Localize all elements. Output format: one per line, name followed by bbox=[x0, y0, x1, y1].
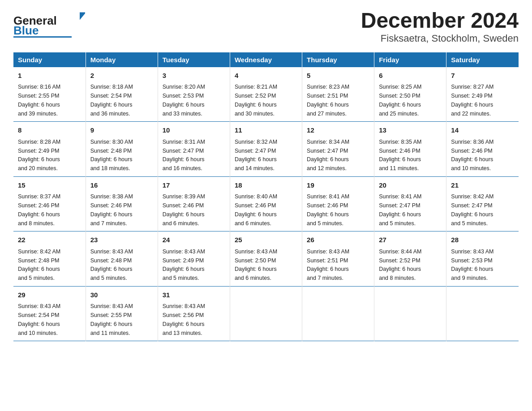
header-row: Sunday Monday Tuesday Wednesday Thursday… bbox=[13, 52, 519, 67]
day-number: 12 bbox=[307, 125, 369, 136]
calendar-cell: 18 Sunrise: 8:40 AMSunset: 2:46 PMDaylig… bbox=[230, 176, 302, 231]
calendar-cell: 19 Sunrise: 8:41 AMSunset: 2:46 PMDaylig… bbox=[302, 176, 374, 231]
calendar-cell: 11 Sunrise: 8:32 AMSunset: 2:47 PMDaylig… bbox=[230, 122, 302, 177]
day-number: 18 bbox=[235, 180, 297, 191]
day-number: 13 bbox=[379, 125, 442, 136]
calendar-cell bbox=[446, 286, 519, 341]
day-info: Sunrise: 8:37 AMSunset: 2:46 PMDaylight:… bbox=[18, 193, 60, 226]
calendar-cell: 27 Sunrise: 8:44 AMSunset: 2:52 PMDaylig… bbox=[374, 231, 446, 287]
day-info: Sunrise: 8:32 AMSunset: 2:47 PMDaylight:… bbox=[235, 139, 277, 171]
calendar-cell bbox=[230, 286, 302, 341]
calendar-cell bbox=[302, 286, 374, 341]
day-info: Sunrise: 8:30 AMSunset: 2:48 PMDaylight:… bbox=[90, 139, 133, 171]
logo: General Blue bbox=[13, 9, 85, 40]
day-number: 23 bbox=[90, 235, 153, 245]
day-number: 17 bbox=[163, 180, 225, 191]
col-sunday: Sunday bbox=[13, 52, 86, 67]
calendar-cell: 10 Sunrise: 8:31 AMSunset: 2:47 PMDaylig… bbox=[158, 122, 230, 177]
calendar-cell: 23 Sunrise: 8:43 AMSunset: 2:48 PMDaylig… bbox=[86, 231, 158, 287]
calendar-week-row: 1 Sunrise: 8:16 AMSunset: 2:55 PMDayligh… bbox=[13, 67, 519, 122]
calendar-cell: 17 Sunrise: 8:39 AMSunset: 2:46 PMDaylig… bbox=[158, 176, 230, 231]
page-header: General Blue December 2024 Fisksaetra, S… bbox=[13, 9, 519, 44]
day-info: Sunrise: 8:21 AMSunset: 2:52 PMDaylight:… bbox=[235, 84, 277, 116]
day-number: 24 bbox=[163, 235, 225, 245]
day-number: 25 bbox=[235, 235, 297, 245]
day-number: 30 bbox=[90, 290, 153, 300]
day-info: Sunrise: 8:43 AMSunset: 2:50 PMDaylight:… bbox=[235, 248, 277, 281]
calendar-cell: 21 Sunrise: 8:42 AMSunset: 2:47 PMDaylig… bbox=[446, 176, 519, 231]
day-number: 27 bbox=[379, 235, 442, 245]
calendar-cell: 24 Sunrise: 8:43 AMSunset: 2:49 PMDaylig… bbox=[158, 231, 230, 287]
calendar-cell: 30 Sunrise: 8:43 AMSunset: 2:55 PMDaylig… bbox=[86, 286, 158, 341]
day-info: Sunrise: 8:31 AMSunset: 2:47 PMDaylight:… bbox=[163, 139, 205, 171]
day-info: Sunrise: 8:27 AMSunset: 2:49 PMDaylight:… bbox=[451, 84, 493, 116]
day-number: 15 bbox=[18, 180, 81, 191]
day-info: Sunrise: 8:34 AMSunset: 2:47 PMDaylight:… bbox=[307, 139, 349, 171]
day-number: 10 bbox=[163, 125, 225, 136]
day-number: 22 bbox=[18, 235, 81, 245]
calendar-cell: 4 Sunrise: 8:21 AMSunset: 2:52 PMDayligh… bbox=[230, 67, 302, 122]
page-title: December 2024 bbox=[361, 9, 519, 33]
day-info: Sunrise: 8:36 AMSunset: 2:46 PMDaylight:… bbox=[451, 139, 493, 171]
calendar-cell: 7 Sunrise: 8:27 AMSunset: 2:49 PMDayligh… bbox=[446, 67, 519, 122]
day-number: 19 bbox=[307, 180, 369, 191]
day-info: Sunrise: 8:40 AMSunset: 2:46 PMDaylight:… bbox=[235, 193, 277, 226]
calendar-week-row: 22 Sunrise: 8:42 AMSunset: 2:48 PMDaylig… bbox=[13, 231, 519, 287]
calendar-cell: 28 Sunrise: 8:43 AMSunset: 2:53 PMDaylig… bbox=[446, 231, 519, 287]
calendar-week-row: 15 Sunrise: 8:37 AMSunset: 2:46 PMDaylig… bbox=[13, 176, 519, 231]
calendar-cell: 6 Sunrise: 8:25 AMSunset: 2:50 PMDayligh… bbox=[374, 67, 446, 122]
page-subtitle: Fisksaetra, Stockholm, Sweden bbox=[361, 33, 519, 44]
calendar-cell: 3 Sunrise: 8:20 AMSunset: 2:53 PMDayligh… bbox=[158, 67, 230, 122]
day-info: Sunrise: 8:23 AMSunset: 2:51 PMDaylight:… bbox=[307, 84, 349, 116]
day-number: 3 bbox=[163, 71, 225, 81]
day-info: Sunrise: 8:42 AMSunset: 2:48 PMDaylight:… bbox=[18, 248, 60, 281]
calendar-cell: 25 Sunrise: 8:43 AMSunset: 2:50 PMDaylig… bbox=[230, 231, 302, 287]
day-info: Sunrise: 8:39 AMSunset: 2:46 PMDaylight:… bbox=[163, 193, 205, 226]
title-block: December 2024 Fisksaetra, Stockholm, Swe… bbox=[361, 9, 519, 44]
col-monday: Monday bbox=[86, 52, 158, 67]
day-info: Sunrise: 8:43 AMSunset: 2:53 PMDaylight:… bbox=[451, 248, 493, 281]
day-number: 4 bbox=[235, 71, 297, 81]
calendar-cell: 8 Sunrise: 8:28 AMSunset: 2:49 PMDayligh… bbox=[13, 122, 86, 177]
day-info: Sunrise: 8:43 AMSunset: 2:55 PMDaylight:… bbox=[90, 303, 133, 336]
calendar-cell: 13 Sunrise: 8:35 AMSunset: 2:46 PMDaylig… bbox=[374, 122, 446, 177]
calendar-cell: 31 Sunrise: 8:43 AMSunset: 2:56 PMDaylig… bbox=[158, 286, 230, 341]
day-number: 14 bbox=[451, 125, 514, 136]
calendar-cell: 2 Sunrise: 8:18 AMSunset: 2:54 PMDayligh… bbox=[86, 67, 158, 122]
calendar-cell: 15 Sunrise: 8:37 AMSunset: 2:46 PMDaylig… bbox=[13, 176, 86, 231]
day-info: Sunrise: 8:43 AMSunset: 2:48 PMDaylight:… bbox=[90, 248, 133, 281]
day-info: Sunrise: 8:41 AMSunset: 2:47 PMDaylight:… bbox=[379, 193, 421, 226]
day-info: Sunrise: 8:41 AMSunset: 2:46 PMDaylight:… bbox=[307, 193, 349, 226]
day-info: Sunrise: 8:35 AMSunset: 2:46 PMDaylight:… bbox=[379, 139, 421, 171]
calendar-cell: 1 Sunrise: 8:16 AMSunset: 2:55 PMDayligh… bbox=[13, 67, 86, 122]
calendar-week-row: 8 Sunrise: 8:28 AMSunset: 2:49 PMDayligh… bbox=[13, 122, 519, 177]
col-thursday: Thursday bbox=[302, 52, 374, 67]
day-number: 1 bbox=[18, 71, 81, 81]
day-number: 28 bbox=[451, 235, 514, 245]
day-number: 16 bbox=[90, 180, 153, 191]
day-number: 31 bbox=[163, 290, 225, 300]
calendar-cell: 22 Sunrise: 8:42 AMSunset: 2:48 PMDaylig… bbox=[13, 231, 86, 287]
day-number: 5 bbox=[307, 71, 369, 81]
svg-text:Blue: Blue bbox=[13, 24, 39, 37]
day-info: Sunrise: 8:38 AMSunset: 2:46 PMDaylight:… bbox=[90, 193, 133, 226]
calendar-header: Sunday Monday Tuesday Wednesday Thursday… bbox=[13, 52, 519, 67]
day-number: 9 bbox=[90, 125, 153, 136]
calendar-table: Sunday Monday Tuesday Wednesday Thursday… bbox=[13, 52, 519, 342]
day-number: 2 bbox=[90, 71, 153, 81]
calendar-cell: 16 Sunrise: 8:38 AMSunset: 2:46 PMDaylig… bbox=[86, 176, 158, 231]
day-number: 20 bbox=[379, 180, 442, 191]
day-number: 26 bbox=[307, 235, 369, 245]
day-info: Sunrise: 8:16 AMSunset: 2:55 PMDaylight:… bbox=[18, 84, 60, 116]
svg-marker-1 bbox=[80, 13, 85, 20]
col-friday: Friday bbox=[374, 52, 446, 67]
calendar-cell bbox=[374, 286, 446, 341]
calendar-cell: 20 Sunrise: 8:41 AMSunset: 2:47 PMDaylig… bbox=[374, 176, 446, 231]
calendar-cell: 9 Sunrise: 8:30 AMSunset: 2:48 PMDayligh… bbox=[86, 122, 158, 177]
col-saturday: Saturday bbox=[446, 52, 519, 67]
calendar-cell: 29 Sunrise: 8:43 AMSunset: 2:54 PMDaylig… bbox=[13, 286, 86, 341]
day-info: Sunrise: 8:43 AMSunset: 2:56 PMDaylight:… bbox=[163, 303, 205, 336]
calendar-week-row: 29 Sunrise: 8:43 AMSunset: 2:54 PMDaylig… bbox=[13, 286, 519, 341]
day-info: Sunrise: 8:42 AMSunset: 2:47 PMDaylight:… bbox=[451, 193, 493, 226]
calendar-body: 1 Sunrise: 8:16 AMSunset: 2:55 PMDayligh… bbox=[13, 67, 519, 341]
